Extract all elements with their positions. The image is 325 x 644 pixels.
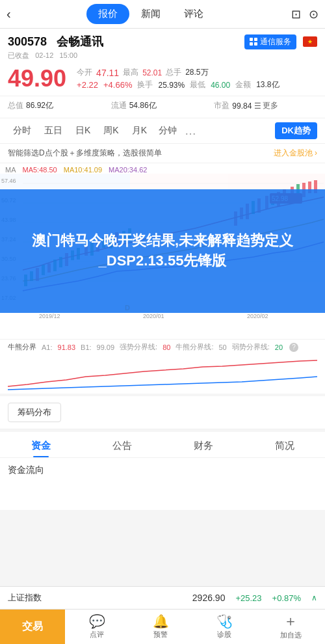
promo-link[interactable]: 进入金股池 › bbox=[274, 148, 317, 159]
today-open-label: 今开 bbox=[77, 67, 92, 78]
dk-trend-button[interactable]: DK趋势 bbox=[275, 122, 317, 139]
watchlist-icon: ＋ bbox=[283, 614, 298, 628]
stock-full-name: 会畅通讯 bbox=[57, 35, 103, 48]
price-change-row: +2.22 +4.66% 换手 25.93% 最低 46.00 金额 13.8亿 bbox=[77, 79, 279, 90]
bottom-navigation: 交易 💬 点评 🔔 预警 🩺 诊股 ＋ 加自选 bbox=[0, 609, 325, 644]
more-chart-icon[interactable]: … bbox=[185, 124, 196, 138]
high-label: 最高 bbox=[123, 67, 138, 78]
price-row: 49.90 今开 47.11 最高 52.01 总手 28.5万 +2.22 +… bbox=[8, 67, 317, 90]
stock-header: 300578 会畅通讯 通信服务 ★ 已收盘 02-12 15:00 bbox=[0, 29, 325, 63]
bottom-index-bar: 上证指数 2926.90 +25.23 +0.87% ∧ bbox=[0, 586, 325, 609]
amount-value: 13.8亿 bbox=[256, 79, 279, 90]
holder-section: 筹码分布 bbox=[0, 396, 325, 429]
nav-label-watchlist: 加自选 bbox=[280, 630, 302, 640]
metric-flow: 流通 54.86亿 bbox=[111, 99, 214, 113]
nav-icons: ⊡ ⊙ bbox=[291, 7, 318, 21]
ma10-label: MA10:41.09 bbox=[64, 166, 102, 174]
tab-zhou-k[interactable]: 周K bbox=[98, 122, 124, 139]
tab-quote[interactable]: 报价 bbox=[86, 4, 129, 24]
back-button[interactable]: ‹ bbox=[6, 7, 11, 21]
fund-flow-title: 资金流向 bbox=[8, 464, 317, 476]
bull-bear-label: 牛熊分界 bbox=[8, 342, 36, 352]
exchange-value: 25.93% bbox=[158, 81, 185, 90]
trade-button[interactable]: 交易 bbox=[0, 610, 65, 645]
tab-ri-k[interactable]: 日K bbox=[70, 122, 96, 139]
stock-code: 300578 bbox=[8, 35, 47, 48]
promo-text: 智能筛选D点个股＋多维度策略，选股很简单 bbox=[8, 148, 162, 159]
nav-item-alert[interactable]: 🔔 预警 bbox=[153, 615, 169, 639]
index-percent: +0.87% bbox=[272, 593, 301, 603]
index-value: 2926.90 bbox=[192, 593, 226, 603]
today-open-value: 47.11 bbox=[96, 68, 119, 78]
high-value: 52.01 bbox=[142, 68, 162, 77]
service-label: 通信服务 bbox=[260, 36, 291, 47]
low-value: 46.00 bbox=[211, 81, 230, 90]
fund-tabs: 资金 公告 财务 简况 bbox=[0, 432, 325, 458]
market-status: 已收盘 02-12 15:00 bbox=[8, 51, 317, 60]
tab-yue-k[interactable]: 月K bbox=[127, 122, 152, 139]
nav-item-diagnose[interactable]: 🩺 诊股 bbox=[216, 615, 233, 639]
tab-news[interactable]: 新闻 bbox=[129, 4, 172, 24]
tab-minute[interactable]: 分钟 bbox=[155, 122, 181, 139]
low-label: 最低 bbox=[190, 79, 205, 90]
b1-value: 99.09 bbox=[97, 343, 115, 351]
fund-tab-overview[interactable]: 简况 bbox=[244, 432, 325, 457]
top-navigation: ‹ 报价 新闻 评论 ⊡ ⊙ bbox=[0, 0, 325, 29]
search-icon[interactable]: ⊙ bbox=[309, 7, 318, 21]
help-icon[interactable]: ? bbox=[289, 343, 298, 352]
total-hands-label: 总手 bbox=[166, 67, 181, 78]
index-arrow-icon: ∧ bbox=[311, 593, 317, 602]
fund-tab-capital[interactable]: 资金 bbox=[0, 432, 81, 457]
ma-label: MA bbox=[5, 166, 16, 174]
nav-item-watchlist[interactable]: ＋ 加自选 bbox=[280, 614, 302, 640]
svg-text:2019/12: 2019/12 bbox=[39, 313, 60, 319]
more-button[interactable]: ☰ 更多 bbox=[254, 100, 278, 111]
mini-chart bbox=[0, 355, 325, 394]
overlay-text: 澳门特马今晚开奖结果,未来解释趋势定义_DSP2.13.55先锋版 bbox=[0, 231, 325, 271]
b1-label: B1: bbox=[81, 343, 92, 351]
bull-bear-divider: 牛熊分界 A1: 91.83 B1: 99.09 强势分界线: 80 牛熊分界线… bbox=[0, 339, 325, 355]
change-value: +2.22 bbox=[77, 80, 98, 90]
svg-text:57.46: 57.46 bbox=[1, 178, 16, 184]
alert-icon: 🔔 bbox=[153, 615, 169, 628]
metric-total-value: 总值 86.92亿 bbox=[8, 99, 111, 113]
tab-fen-shi[interactable]: 分时 bbox=[8, 122, 36, 139]
total-hands-value: 28.5万 bbox=[185, 67, 208, 78]
price-section: 49.90 今开 47.11 最高 52.01 总手 28.5万 +2.22 +… bbox=[0, 63, 325, 96]
svg-text:2020/02: 2020/02 bbox=[247, 313, 268, 319]
nav-tabs: 报价 新闻 评论 bbox=[16, 4, 286, 24]
fund-tab-financial[interactable]: 财务 bbox=[162, 432, 244, 457]
bottom-nav-items: 💬 点评 🔔 预警 🩺 诊股 ＋ 加自选 bbox=[65, 614, 325, 640]
share-icon[interactable]: ⊡ bbox=[291, 7, 301, 21]
svg-text:2020/01: 2020/01 bbox=[143, 313, 164, 319]
weak-label: 弱势分界线: bbox=[232, 342, 270, 352]
ma20-label: MA20:34.62 bbox=[109, 166, 147, 174]
nav-label-diagnose: 诊股 bbox=[217, 630, 231, 639]
metric-market: 市盈 99.84 ☰ 更多 bbox=[214, 99, 317, 113]
tab-comment[interactable]: 评论 bbox=[172, 4, 215, 24]
grid-icon bbox=[250, 38, 257, 46]
index-name: 上证指数 bbox=[8, 592, 42, 604]
diagnose-icon: 🩺 bbox=[216, 615, 233, 628]
amount-label: 金额 bbox=[235, 79, 251, 90]
promo-banner: 智能筛选D点个股＋多维度策略，选股很简单 进入金股池 › bbox=[0, 144, 325, 163]
fund-tab-announcement[interactable]: 公告 bbox=[81, 432, 162, 457]
overlay-popup: 澳门特马今晚开奖结果,未来解释趋势定义_DSP2.13.55先锋版 bbox=[0, 189, 325, 313]
ma5-label: MA5:48.50 bbox=[23, 166, 57, 174]
index-change: +25.23 bbox=[235, 593, 261, 603]
a1-label: A1: bbox=[42, 343, 53, 351]
fund-content: 资金流向 bbox=[0, 458, 325, 510]
chart-tabs: 分时 五日 日K 周K 月K 分钟 … DK趋势 bbox=[0, 118, 325, 144]
nav-item-comment[interactable]: 💬 点评 bbox=[89, 615, 105, 639]
metrics-table: 总值 86.92亿 流通 54.86亿 市盈 99.84 ☰ 更多 bbox=[0, 96, 325, 118]
main-price: 49.90 bbox=[8, 67, 66, 90]
holder-btn[interactable]: 筹码分布 bbox=[8, 403, 61, 422]
strong-value: 80 bbox=[162, 343, 170, 351]
stock-name: 300578 会畅通讯 bbox=[8, 34, 103, 49]
tab-wu-ri[interactable]: 五日 bbox=[39, 122, 68, 139]
nav-label-alert: 预警 bbox=[153, 630, 168, 639]
chart-ma-labels: MA MA5:48.50 MA10:41.09 MA20:34.62 bbox=[0, 163, 325, 174]
service-button[interactable]: 通信服务 bbox=[244, 34, 296, 49]
change-percent: +4.66% bbox=[103, 80, 132, 90]
bull-label: 牛熊分界线: bbox=[176, 342, 213, 352]
